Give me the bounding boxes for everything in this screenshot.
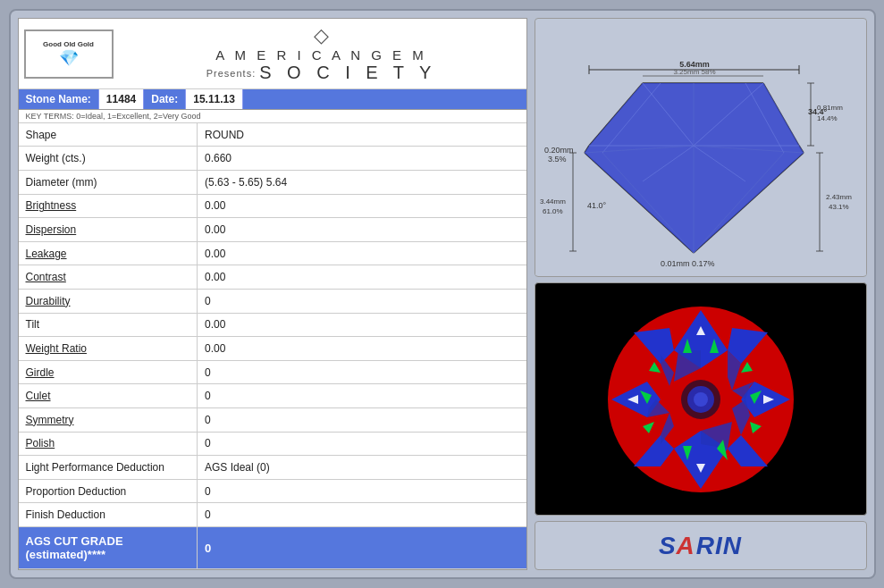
- final-label: AGS CUT GRADE (estimated)****: [19, 527, 198, 569]
- row-label: Finish Deduction: [19, 503, 198, 527]
- row-value: 0.660: [198, 147, 526, 171]
- table-row: Culet0: [19, 384, 526, 408]
- row-label: Culet: [19, 384, 198, 408]
- row-label: Brightness: [19, 194, 198, 218]
- table-row: Diameter (mm)(5.63 - 5.65) 5.64: [19, 171, 526, 195]
- row-value: 0: [198, 432, 526, 456]
- svg-text:41.0°: 41.0°: [587, 201, 607, 210]
- stone-name-value: 11484: [99, 89, 144, 109]
- row-value: 0.00: [198, 265, 526, 290]
- row-value: 0.00: [198, 194, 526, 218]
- row-label: Polish: [19, 432, 198, 456]
- row-label: Dispersion: [19, 218, 198, 242]
- table-row: Tilt0.00: [19, 313, 526, 337]
- table-row: Contrast0.00: [19, 265, 526, 290]
- row-value: ROUND: [198, 123, 526, 147]
- svg-text:0.20mm: 0.20mm: [544, 146, 574, 155]
- table-row: ShapeROUND: [19, 123, 526, 147]
- row-label: Leakage: [19, 241, 198, 265]
- row-label: Weight (cts.): [19, 147, 198, 171]
- table-row: Brightness0.00: [19, 194, 526, 218]
- left-panel: Good Old Gold 💎 ◇ A M E R I C A N G E M …: [18, 18, 527, 570]
- table-row: Weight Ratio0.00: [19, 337, 526, 361]
- table-row: Polish0: [19, 432, 526, 456]
- row-label: Light Performance Deduction: [19, 456, 198, 480]
- row-label: Girdle: [19, 360, 198, 384]
- svg-text:3.25mm 58%: 3.25mm 58%: [673, 68, 715, 76]
- diamond-svg: 5.64mm 3.25mm 58% 34.4° 0.81mm 14.4% 0.2…: [535, 21, 866, 275]
- diamond-diagram: 5.64mm 3.25mm 58% 34.4° 0.81mm 14.4% 0.2…: [535, 18, 867, 277]
- header-section: Good Old Gold 💎 ◇ A M E R I C A N G E M …: [19, 19, 526, 89]
- svg-text:3.44mm: 3.44mm: [540, 197, 566, 206]
- logo-box: Good Old Gold 💎: [24, 29, 114, 79]
- row-value: 0.00: [198, 218, 526, 242]
- row-value: AGS Ideal (0): [198, 456, 526, 480]
- ags-diamond-icon: ◇: [314, 24, 329, 47]
- row-label: Symmetry: [19, 408, 198, 433]
- final-value: 0: [198, 527, 526, 569]
- svg-text:0.81mm: 0.81mm: [817, 104, 843, 112]
- row-value: 0: [198, 290, 526, 314]
- table-row: Proportion Deduction0: [19, 479, 526, 503]
- stone-name-label: Stone Name:: [19, 89, 99, 109]
- aset-image: [535, 282, 867, 516]
- row-label: Weight Ratio: [19, 337, 198, 361]
- stone-info-row: Stone Name: 11484 Date: 15.11.13: [19, 89, 526, 110]
- svg-text:3.5%: 3.5%: [548, 155, 567, 164]
- svg-text:14.4%: 14.4%: [817, 114, 838, 122]
- svg-text:2.43mm: 2.43mm: [826, 193, 852, 201]
- final-row: AGS CUT GRADE (estimated)**** 0: [19, 527, 526, 569]
- row-label: Shape: [19, 123, 198, 147]
- row-value: 0: [198, 384, 526, 408]
- table-row: Finish Deduction0: [19, 503, 526, 527]
- logo-diamond-icon: 💎: [59, 48, 79, 68]
- table-row: Leakage0.00: [19, 241, 526, 265]
- presents-label: Presents:: [206, 68, 256, 79]
- ags-title: A M E R I C A N G E M: [122, 47, 521, 63]
- ags-header: ◇ A M E R I C A N G E M Presents: S O C …: [122, 24, 521, 83]
- table-row: Dispersion0.00: [19, 218, 526, 242]
- ags-subtitle: S O C I E T Y: [259, 63, 436, 83]
- aset-svg: [602, 301, 799, 498]
- sarin-logo-section: SARIN: [535, 521, 867, 570]
- row-label: Tilt: [19, 313, 198, 337]
- row-value: 0: [198, 479, 526, 503]
- row-value: 0: [198, 503, 526, 527]
- right-panel: 5.64mm 3.25mm 58% 34.4° 0.81mm 14.4% 0.2…: [535, 18, 867, 570]
- table-row: Symmetry0: [19, 408, 526, 433]
- date-value: 15.11.13: [186, 89, 243, 109]
- table-row: Girdle0: [19, 360, 526, 384]
- row-value: 0.00: [198, 337, 526, 361]
- svg-text:0.01mm 0.17%: 0.01mm 0.17%: [661, 259, 715, 268]
- table-row: Weight (cts.)0.660: [19, 147, 526, 171]
- table-row: Light Performance DeductionAGS Ideal (0): [19, 456, 526, 480]
- data-table: ShapeROUNDWeight (cts.)0.660Diameter (mm…: [19, 123, 526, 569]
- svg-text:43.1%: 43.1%: [829, 203, 849, 211]
- key-terms-row: KEY TERMS: 0=Ideal, 1=Excellent, 2=Very …: [19, 110, 526, 123]
- row-value: 0: [198, 360, 526, 384]
- main-container: Good Old Gold 💎 ◇ A M E R I C A N G E M …: [9, 9, 876, 579]
- table-row: Durability0: [19, 290, 526, 314]
- row-value: (5.63 - 5.65) 5.64: [198, 171, 526, 195]
- row-label: Diameter (mm): [19, 171, 198, 195]
- logo-name: Good Old Gold: [43, 40, 94, 48]
- row-label: Proportion Deduction: [19, 479, 198, 503]
- row-value: 0.00: [198, 313, 526, 337]
- row-label: Durability: [19, 290, 198, 314]
- svg-text:61.0%: 61.0%: [543, 207, 563, 215]
- key-terms-text: KEY TERMS: 0=Ideal, 1=Excellent, 2=Very …: [26, 112, 201, 121]
- row-value: 0: [198, 408, 526, 433]
- sarin-logo-text: SARIN: [659, 532, 742, 560]
- date-label: Date:: [144, 89, 186, 109]
- row-value: 0.00: [198, 241, 526, 265]
- svg-point-85: [694, 392, 708, 407]
- row-label: Contrast: [19, 265, 198, 290]
